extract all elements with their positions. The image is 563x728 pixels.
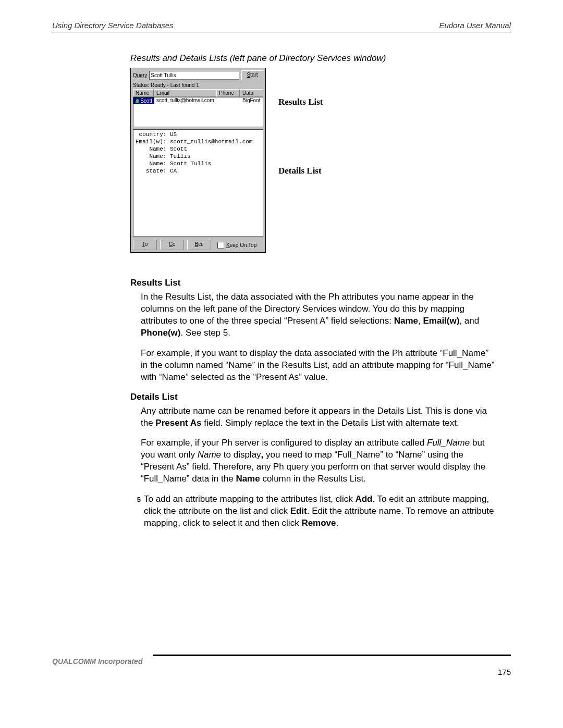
directory-services-window: Query Scott Tullis Start Status: Ready -… [130, 68, 266, 253]
col-email[interactable]: Email [154, 89, 216, 97]
callout-results-list: Results List [278, 97, 323, 107]
cc-button[interactable]: Cc [160, 240, 184, 250]
results-list-p1: In the Results List, the data associated… [141, 291, 495, 339]
header-left: Using Directory Service Databases [52, 21, 174, 30]
results-list-p2: For example, if you want to display the … [141, 348, 495, 384]
start-button[interactable]: Start [241, 70, 263, 80]
page-footer: QUALCOMM Incorporated [52, 655, 511, 665]
results-list-heading: Results List [130, 278, 511, 288]
results-table-header: Name Email Phone Data [133, 89, 263, 97]
details-list-p1: Any attribute name can be renamed before… [141, 405, 495, 429]
person-icon [136, 99, 139, 103]
footer-rule [153, 655, 511, 656]
callout-details-list: Details List [278, 166, 323, 176]
details-list-p2: For example, if your Ph server is config… [141, 437, 495, 485]
step-5: 5 To add an attribute mapping to the att… [125, 493, 511, 529]
header-right: Eudora User Manual [439, 21, 511, 30]
col-phone[interactable]: Phone [216, 89, 240, 97]
figure-caption: Results and Details Lists (left pane of … [130, 53, 511, 64]
to-button[interactable]: To [133, 240, 157, 250]
step-number: 5 [125, 493, 144, 529]
keep-on-top-label: Keep On Top [226, 242, 256, 248]
results-list-pane[interactable]: Scott scott_tullis@hotmail.com BigFoot [133, 97, 263, 127]
bcc-button[interactable]: Bcc [187, 240, 211, 250]
status-line: Status: Ready - Last found 1 [133, 82, 263, 89]
col-name[interactable]: Name [133, 89, 154, 97]
keep-on-top-checkbox[interactable] [217, 242, 224, 249]
details-list-pane[interactable]: country: US Email(w): scott_tullis@hotma… [133, 129, 263, 237]
query-input[interactable]: Scott Tullis [149, 71, 239, 80]
details-list-heading: Details List [130, 392, 511, 402]
footer-company: QUALCOMM Incorporated [52, 657, 142, 665]
query-label: Query [133, 72, 147, 78]
col-data[interactable]: Data [240, 89, 263, 97]
page-header: Using Directory Service Databases Eudora… [52, 21, 511, 32]
figure: Query Scott Tullis Start Status: Ready -… [130, 68, 511, 253]
page-number: 175 [52, 668, 511, 676]
table-row[interactable]: Scott scott_tullis@hotmail.com BigFoot [133, 97, 263, 104]
